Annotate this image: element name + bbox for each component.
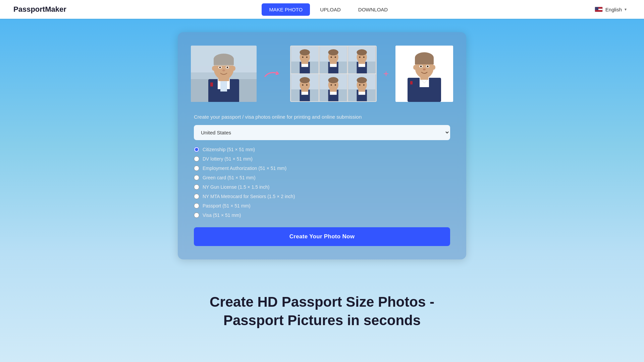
- radio-green-card-input[interactable]: [194, 175, 199, 180]
- radio-dv-lottery[interactable]: DV lottery (51 × 51 mm): [194, 156, 450, 162]
- svg-point-70: [357, 77, 367, 83]
- radio-ny-gun-license-label: NY Gun License (1.5 × 1.5 inch): [203, 184, 269, 190]
- create-photo-button[interactable]: Create Your Photo Now: [194, 227, 450, 246]
- svg-rect-18: [210, 82, 213, 86]
- svg-point-34: [328, 49, 338, 55]
- radio-employment-auth-input[interactable]: [194, 166, 199, 171]
- country-select[interactable]: United States United Kingdom Canada Aust…: [194, 125, 450, 140]
- svg-point-61: [328, 77, 338, 83]
- svg-rect-87: [410, 81, 413, 84]
- original-photo: [191, 46, 257, 102]
- bottom-section: Create HD Passport Size Photos - Passpor…: [0, 273, 644, 343]
- logo-text: PassportMaker: [13, 5, 66, 14]
- radio-green-card[interactable]: Green card (51 × 51 mm): [194, 175, 450, 180]
- person-photo-output: [395, 46, 453, 102]
- svg-point-44: [359, 56, 361, 58]
- svg-point-85: [413, 65, 417, 70]
- upload-button[interactable]: UPLOAD: [313, 3, 348, 16]
- photo-demo: +: [194, 46, 450, 102]
- svg-rect-79: [415, 58, 434, 64]
- download-button[interactable]: DOWNLOAD: [351, 3, 395, 16]
- main-card: +: [178, 32, 466, 259]
- radio-ny-gun-license[interactable]: NY Gun License (1.5 × 1.5 inch): [194, 184, 450, 190]
- svg-point-63: [335, 84, 336, 85]
- radio-citizenship-label: Citizenship (51 × 51 mm): [203, 147, 255, 152]
- header: PassportMaker MAKE PHOTO UPLOAD DOWNLOAD…: [0, 0, 644, 19]
- radio-visa-label: Visa (51 × 51 mm): [203, 213, 241, 218]
- svg-point-26: [302, 56, 303, 58]
- arrow-area: [263, 67, 283, 80]
- flag-icon: [595, 7, 603, 12]
- svg-rect-17: [191, 46, 257, 66]
- radio-dv-lottery-input[interactable]: [194, 156, 199, 162]
- svg-point-54: [306, 84, 308, 85]
- radio-ny-mta-metrocard-input[interactable]: [194, 194, 199, 199]
- plus-icon: +: [383, 68, 389, 79]
- svg-point-43: [357, 49, 367, 55]
- svg-point-84: [423, 68, 426, 70]
- svg-point-35: [331, 56, 332, 58]
- radio-passport[interactable]: Passport (51 × 51 mm): [194, 203, 450, 208]
- grid-cell-2: [319, 46, 347, 73]
- person-photo-original: [191, 46, 257, 102]
- radio-dv-lottery-label: DV lottery (51 × 51 mm): [203, 156, 253, 162]
- svg-point-83: [427, 66, 429, 67]
- radio-passport-label: Passport (51 × 51 mm): [203, 203, 251, 208]
- grid-cell-1: [291, 46, 319, 73]
- radio-visa-input[interactable]: [194, 213, 199, 218]
- svg-point-72: [363, 84, 365, 85]
- grid-cell-6: [348, 74, 376, 101]
- main-wrapper: +: [0, 19, 644, 273]
- svg-point-53: [302, 84, 303, 85]
- svg-point-14: [222, 69, 225, 71]
- svg-point-45: [363, 56, 365, 58]
- grid-cell-5: [319, 74, 347, 101]
- output-photo: [395, 46, 453, 102]
- svg-point-71: [359, 84, 361, 85]
- radio-passport-input[interactable]: [194, 203, 199, 208]
- radio-employment-auth-label: Employment Authorization (51 × 51 mm): [203, 166, 286, 171]
- radio-green-card-label: Green card (51 × 51 mm): [203, 175, 256, 180]
- svg-point-15: [212, 66, 215, 71]
- radio-citizenship[interactable]: Citizenship (51 × 51 mm): [194, 147, 450, 152]
- logo[interactable]: PassportMaker: [13, 5, 66, 14]
- svg-rect-5: [220, 80, 227, 92]
- svg-point-62: [331, 84, 332, 85]
- form-description: Create your passport / visa photos onlin…: [194, 114, 450, 120]
- radio-citizenship-input[interactable]: [194, 147, 199, 152]
- grid-cell-4: [291, 74, 319, 101]
- svg-point-25: [300, 49, 310, 55]
- svg-point-13: [226, 67, 228, 68]
- radio-ny-gun-license-input[interactable]: [194, 184, 199, 190]
- grid-cell-3: [348, 46, 376, 73]
- svg-point-86: [432, 65, 435, 70]
- make-photo-button[interactable]: MAKE PHOTO: [262, 3, 310, 16]
- radio-ny-mta-metrocard-label: NY MTA Metrocard for Seniors (1.5 × 2 in…: [203, 194, 295, 199]
- svg-point-12: [219, 67, 221, 68]
- language-selector[interactable]: English ▾: [591, 5, 631, 14]
- svg-point-82: [420, 66, 422, 67]
- photo-type-group: Citizenship (51 × 51 mm) DV lottery (51 …: [194, 147, 450, 218]
- radio-visa[interactable]: Visa (51 × 51 mm): [194, 213, 450, 218]
- svg-point-16: [232, 66, 235, 71]
- radio-ny-mta-metrocard[interactable]: NY MTA Metrocard for Seniors (1.5 × 2 in…: [194, 194, 450, 199]
- svg-point-36: [335, 56, 336, 58]
- language-label: English: [605, 7, 622, 12]
- main-nav: MAKE PHOTO UPLOAD DOWNLOAD: [262, 3, 395, 16]
- bottom-heading: Create HD Passport Size Photos - Passpor…: [188, 293, 456, 329]
- svg-point-52: [300, 77, 310, 83]
- photo-grid: [290, 46, 377, 102]
- chevron-down-icon: ▾: [625, 7, 627, 12]
- svg-point-27: [306, 56, 308, 58]
- radio-employment-auth[interactable]: Employment Authorization (51 × 51 mm): [194, 166, 450, 171]
- arrow-icon: [263, 67, 283, 80]
